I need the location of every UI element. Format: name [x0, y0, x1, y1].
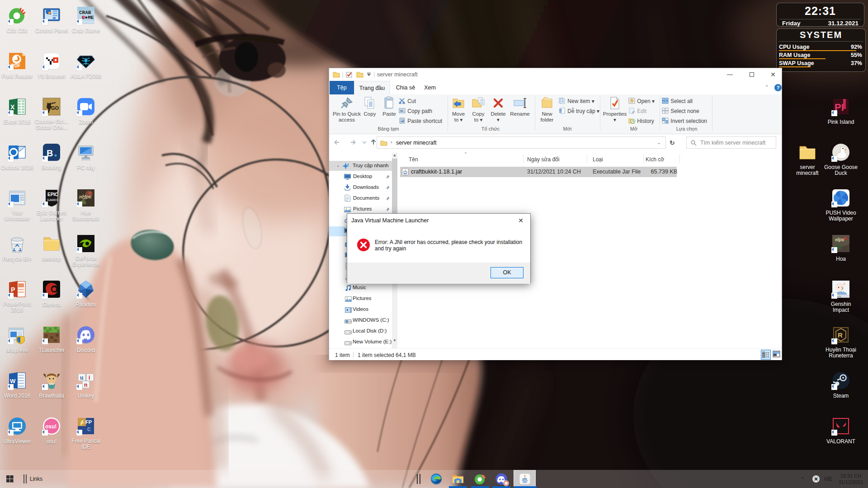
svg-text:нӀрє: нӀрє: [835, 237, 844, 242]
svg-text:R: R: [838, 331, 843, 339]
svg-text:n: n: [84, 382, 87, 388]
svg-text:GO: GO: [51, 105, 59, 111]
svg-text:X: X: [10, 103, 15, 111]
svg-text:i: i: [89, 375, 90, 381]
svg-text:W: W: [10, 378, 16, 385]
svg-text:GAMES: GAMES: [47, 198, 59, 202]
svg-text:FP: FP: [85, 419, 92, 425]
svg-text:нӇрє: нӇрє: [79, 194, 92, 199]
svg-text:EPIC: EPIC: [47, 192, 58, 197]
svg-text:u: u: [80, 375, 83, 381]
svg-text:C: C: [87, 427, 91, 432]
svg-text:W..: W..: [400, 109, 405, 113]
svg-text:osu!: osu!: [45, 423, 57, 430]
svg-text:P: P: [11, 286, 15, 293]
